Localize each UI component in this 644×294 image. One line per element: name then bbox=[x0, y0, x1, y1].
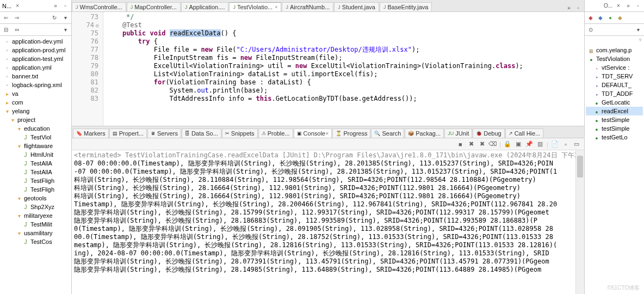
outline-item[interactable]: ▫vtService : bbox=[586, 63, 643, 72]
tree-item[interactable]: JTestCos bbox=[1, 237, 70, 246]
tree-item[interactable]: ▾yelang bbox=[1, 107, 70, 115]
outline-item[interactable]: ⊞com.yelang.p bbox=[586, 46, 643, 54]
explorer-tab-label[interactable]: N... bbox=[2, 3, 11, 9]
editor-tab[interactable]: JAircraftNumb... bbox=[282, 2, 333, 11]
tree-item[interactable]: JTestFligh bbox=[1, 176, 70, 185]
editor-tab[interactable]: JStudent.java bbox=[334, 2, 379, 11]
menu-icon[interactable]: ▾ bbox=[61, 14, 69, 22]
code-line[interactable]: System.out.println(base); bbox=[107, 87, 581, 95]
outline-item[interactable]: ●testGetLo bbox=[586, 133, 643, 142]
tree-item[interactable]: ▫application-dev.yml bbox=[1, 37, 70, 46]
editor-tab[interactable]: JBaseEntity.java bbox=[380, 2, 432, 11]
code-line[interactable]: List<ViolationTraining> dataList = util.… bbox=[107, 70, 581, 78]
code-line[interactable]: @Test bbox=[107, 21, 581, 29]
maximize-icon[interactable]: ▫ bbox=[574, 4, 582, 11]
view-tab-console[interactable]: ▣Console × bbox=[294, 128, 332, 138]
view-tab-snippets[interactable]: ✂Snippets bbox=[222, 128, 258, 138]
remove-all-icon[interactable]: ⌫ bbox=[488, 140, 497, 149]
more-tabs-icon[interactable]: » bbox=[565, 4, 573, 11]
tree-item[interactable]: ▫application-prod.yml bbox=[1, 46, 70, 54]
tree-item[interactable]: ▫application.yml bbox=[1, 63, 70, 72]
close-icon[interactable]: × bbox=[325, 130, 329, 137]
hide-non-public-icon[interactable]: ◆ bbox=[616, 14, 624, 22]
forward-icon[interactable]: ⇒ bbox=[13, 14, 21, 22]
project-tree[interactable]: ▫application-dev.yml▫application-prod.ym… bbox=[0, 36, 71, 294]
remove-icon[interactable]: ✖ bbox=[478, 140, 486, 149]
close-tab-icon[interactable]: × bbox=[275, 4, 277, 10]
view-tab-debug[interactable]: 🐞Debug bbox=[473, 128, 504, 138]
view-tab-callhie[interactable]: ↗Call Hie... bbox=[505, 128, 544, 138]
view-tab-packag[interactable]: 📦Packag... bbox=[405, 128, 444, 138]
minimize-icon[interactable]: ▫ bbox=[634, 2, 642, 10]
tree-item[interactable]: ▫banner.txt bbox=[1, 72, 70, 81]
tree-item[interactable]: ▫logback-spring.xml bbox=[1, 81, 70, 89]
maximize-icon[interactable]: ▭ bbox=[572, 140, 581, 149]
minimize-icon[interactable]: ▫ bbox=[61, 2, 69, 10]
sort-icon[interactable]: ◆ bbox=[587, 14, 595, 22]
tree-item[interactable]: ▾geotools bbox=[1, 194, 70, 203]
outline-item[interactable]: ●TestViolation bbox=[586, 54, 643, 63]
tree-item[interactable]: JHtmlUnit bbox=[1, 150, 70, 159]
stop-icon[interactable]: ■ bbox=[456, 140, 465, 149]
outline-item[interactable]: ●testSimple bbox=[586, 124, 643, 133]
console-scrollbar[interactable] bbox=[575, 150, 584, 294]
editor-tab[interactable]: JMapController... bbox=[127, 2, 181, 11]
console-output[interactable]: <terminated> TestViolationTrainingCase.r… bbox=[72, 150, 584, 294]
hide-static-icon[interactable]: ● bbox=[606, 14, 614, 22]
code-line[interactable]: File file = new File("C:/Users/Administr… bbox=[107, 46, 581, 54]
view-tab-progress[interactable]: ⏳Progress bbox=[332, 128, 370, 138]
tree-item[interactable]: JTestMilit bbox=[1, 220, 70, 229]
code-line[interactable]: public void readExcelData() { bbox=[107, 29, 581, 38]
outline-item[interactable]: ▪DEFAULT_ bbox=[586, 81, 643, 89]
tree-item[interactable]: JTestViol bbox=[1, 133, 70, 142]
code-line[interactable]: try { bbox=[107, 38, 581, 46]
scroll-lock-icon[interactable]: 🔒 bbox=[503, 140, 512, 149]
minimize-icon[interactable]: ▫ bbox=[561, 140, 570, 149]
view-tab-dataso[interactable]: 🗄Data So... bbox=[182, 128, 221, 138]
outline-item[interactable]: ●testSimple bbox=[586, 115, 643, 124]
close-icon[interactable]: × bbox=[615, 2, 622, 10]
code-line[interactable]: TdtAddressInfo info = this.GetLocationBy… bbox=[107, 95, 581, 103]
code-line[interactable]: FileInputStream fis = new FileInputStrea… bbox=[107, 54, 581, 62]
outline-tab-label[interactable]: O... bbox=[604, 3, 612, 9]
editor-tab[interactable]: JWmsControlle... bbox=[72, 2, 126, 11]
outline-item[interactable]: ▪TDT_SERV bbox=[586, 72, 643, 81]
tree-item[interactable]: JShp2Xyz bbox=[1, 203, 70, 211]
code-line[interactable]: */ bbox=[107, 13, 581, 21]
code-line[interactable]: ExcelUtil<ViolationTraining> util = new … bbox=[107, 62, 581, 70]
collapse-all-icon[interactable]: ⊟ bbox=[2, 26, 10, 34]
view-tab-proble[interactable]: ⚠Proble... bbox=[258, 128, 293, 138]
hide-fields-icon[interactable]: ◆ bbox=[597, 14, 604, 22]
view-tab-markers[interactable]: 🔖Markers bbox=[73, 128, 109, 138]
view-tab-junit[interactable]: JUJUnit bbox=[444, 128, 472, 138]
focus-icon[interactable]: ⊙ bbox=[587, 26, 595, 34]
outline-item[interactable]: ▪TDT_ADDF bbox=[586, 89, 643, 98]
outline-item[interactable]: ●GetLocatic bbox=[586, 98, 643, 107]
tree-item[interactable]: JTestFligh bbox=[1, 185, 70, 194]
editor-tab[interactable]: JApplication.... bbox=[181, 2, 229, 11]
tree-item[interactable]: JTestAllA bbox=[1, 168, 70, 176]
tree-item[interactable]: ▸com bbox=[1, 98, 70, 107]
view-tab-servers[interactable]: 🖥Servers bbox=[147, 128, 181, 138]
stop-all-icon[interactable]: ✖ bbox=[467, 140, 475, 149]
tree-item[interactable]: ▾militaryexe bbox=[1, 211, 70, 220]
editor-tab[interactable]: JTestViolatio...× bbox=[229, 2, 281, 11]
outline-tree[interactable]: ⊞com.yelang.p●TestViolation▫vtService :▪… bbox=[585, 44, 644, 294]
more-icon[interactable]: » bbox=[624, 2, 632, 10]
tree-item[interactable]: ▸va bbox=[1, 89, 70, 98]
view-tab-search[interactable]: 🔍Search bbox=[371, 128, 404, 138]
link-editor-icon[interactable]: ⇔ bbox=[13, 26, 21, 34]
tree-item[interactable]: ▾usamilitary bbox=[1, 229, 70, 237]
code-area[interactable]: */ @Test public void readExcelData() { t… bbox=[103, 12, 584, 126]
back-icon[interactable]: ⇐ bbox=[2, 14, 10, 22]
pin-icon[interactable]: 📌 bbox=[525, 140, 534, 149]
code-line[interactable]: for(ViolationTraining base : dataList) { bbox=[107, 78, 581, 87]
close-icon[interactable]: × bbox=[14, 2, 21, 10]
view-menu-icon[interactable]: ▾ bbox=[634, 26, 642, 34]
refresh-icon[interactable]: ↻ bbox=[51, 14, 58, 22]
tree-item[interactable]: ▾project bbox=[1, 115, 70, 124]
tree-item[interactable]: ▾education bbox=[1, 124, 70, 133]
more-icon[interactable]: » bbox=[52, 2, 59, 10]
outline-item[interactable]: ●readExcel bbox=[586, 107, 643, 115]
tree-item[interactable]: ▾flightaware bbox=[1, 142, 70, 150]
